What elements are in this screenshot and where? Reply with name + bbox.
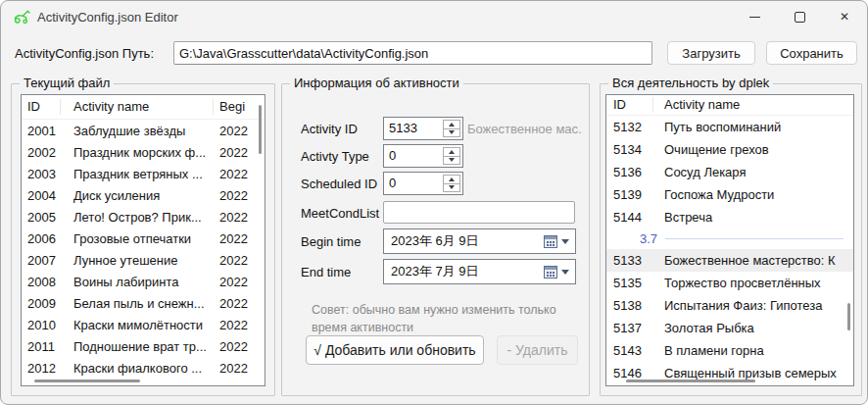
date-picker-icons (544, 266, 569, 278)
add-or-update-button[interactable]: √ Добавить или обновить (306, 335, 484, 365)
close-button[interactable]: ✕ (822, 1, 867, 32)
minimize-button[interactable] (732, 1, 777, 32)
table-row[interactable]: 2006Грозовые отпечатки2022 (22, 228, 265, 249)
table-row[interactable]: 5143В пламени горна (606, 339, 853, 362)
vertical-scrollbar-thumb[interactable] (259, 105, 262, 154)
table-cell: 5146 (606, 366, 653, 380)
table-row[interactable]: 2012Краски фиалкового ...2022 (22, 357, 265, 379)
table-cell: 5135 (606, 276, 653, 290)
stepper-up-button[interactable] (444, 176, 459, 184)
table-cell: Грозовые отпечатки (61, 231, 214, 246)
table-row[interactable]: 5135Торжество просветлённых (606, 272, 853, 294)
table-row[interactable]: 2009Белая пыль и снежн...2022 (22, 292, 265, 314)
window-title: ActivityConfig.json Editor (37, 10, 178, 25)
table-cell: 2022 (214, 231, 265, 246)
column-header-begin[interactable]: Begi (214, 99, 265, 115)
delete-button[interactable]: - Удалить (497, 335, 578, 365)
table-row[interactable]: 2011Подношение врат тр...2022 (22, 335, 265, 357)
table-cell: 2010 (22, 318, 61, 332)
table-cell: Подношение врат тр... (61, 339, 214, 354)
activity-id-value[interactable]: 5133 (384, 118, 443, 139)
table-row[interactable]: 2001Заблудшие звёзды2022 (22, 120, 265, 141)
vertical-scrollbar-thumb[interactable] (847, 303, 850, 330)
meet-cond-input[interactable] (383, 201, 575, 224)
group-label: 3.7 (640, 231, 657, 246)
maximize-button[interactable] (777, 1, 822, 32)
stepper-up-button[interactable] (444, 121, 459, 129)
table-row[interactable]: 2003Праздник ветряных ...2022 (22, 163, 265, 184)
end-time-picker[interactable]: 2023年 7月 9日 (383, 259, 576, 284)
table-row[interactable]: 2004Диск усиления2022 (22, 184, 265, 206)
activity-info-group: Информация об активности Activity ID 513… (281, 83, 590, 396)
table-cell: Краски фиалкового ... (61, 361, 214, 376)
stepper-up-button[interactable] (444, 148, 459, 157)
column-header-activity-name[interactable]: Activity name (61, 99, 214, 115)
table-cell: 5143 (606, 343, 653, 358)
table-row[interactable]: 2002Праздник морских ф...2022 (22, 141, 265, 163)
table-row[interactable]: 5139Госпожа Мудрости (606, 183, 853, 206)
table-cell: 2005 (22, 210, 61, 225)
column-header-id[interactable]: ID (606, 97, 653, 113)
table-cell: 2008 (22, 275, 61, 289)
table-row-selected[interactable]: 5133Божественное мастерство: К (606, 249, 853, 272)
down-arrow-icon (449, 130, 455, 134)
stepper-down-button[interactable] (444, 157, 459, 165)
horizontal-scrollbar-thumb[interactable] (626, 380, 755, 382)
table-cell: 5138 (606, 298, 653, 313)
titlebar: ActivityConfig.json Editor ✕ (1, 1, 867, 32)
table-row[interactable]: 2008Воины лабиринта2022 (22, 271, 265, 292)
table-cell: 2002 (22, 145, 61, 160)
begin-time-picker[interactable]: 2023年 6月 9日 (383, 228, 576, 254)
table-row[interactable]: 5144Встреча (606, 206, 853, 228)
activity-type-stepper[interactable]: 0 (383, 144, 463, 168)
table-cell: 2022 (214, 188, 265, 203)
horizontal-scrollbar-thumb[interactable] (34, 380, 140, 382)
app-icon (13, 9, 30, 25)
path-input[interactable] (173, 41, 652, 65)
activity-id-stepper[interactable]: 5133 (383, 117, 463, 140)
table-cell: 5132 (606, 120, 653, 134)
stepper-buttons (443, 175, 460, 192)
scheduled-id-stepper[interactable]: 0 (383, 172, 463, 195)
table-cell: Сосуд Лекаря (653, 165, 853, 179)
table-row[interactable]: 2010Краски мимолётности2022 (22, 314, 265, 335)
table-cell: 2022 (214, 382, 265, 387)
table-cell: 2022 (214, 296, 265, 311)
table-cell: 2013 (22, 382, 61, 387)
table-cell: Госпожа Мудрости (653, 187, 853, 202)
table-row[interactable]: 2005Лето! Остров? Прик...2022 (22, 206, 265, 228)
table-cell: Лето! Остров? Прик... (61, 210, 214, 225)
table-cell: 2003 (22, 167, 61, 181)
table-cell: Краски мимолётности (61, 318, 214, 332)
table-cell: Путь воспоминаний (653, 120, 853, 134)
column-header-activity-name[interactable]: Activity name (653, 97, 853, 113)
up-arrow-icon (449, 150, 455, 154)
dropdown-arrow-icon[interactable] (561, 270, 569, 275)
all-activities-group-title: Вся деятельность by dplek (608, 76, 773, 90)
save-button[interactable]: Сохранить (766, 41, 857, 65)
stepper-down-button[interactable] (444, 129, 459, 137)
load-button[interactable]: Загрузить (667, 41, 755, 65)
dropdown-arrow-icon[interactable] (561, 239, 569, 244)
table-cell: 2022 (214, 145, 265, 160)
table-row[interactable]: 5134Очищение грехов (606, 138, 853, 161)
down-arrow-icon (449, 158, 455, 162)
table-row[interactable]: 5138Испытания Фаиз: Гипотеза (606, 294, 853, 317)
end-time-value: 2023年 7月 9日 (391, 263, 479, 280)
table-cell: В пламени горна (653, 343, 853, 358)
table-cell: 5133 (606, 253, 653, 268)
table-row[interactable]: 2007Лунное утешение2022 (22, 249, 265, 271)
table-row[interactable]: 5132Путь воспоминаний (606, 116, 853, 138)
stepper-buttons (443, 147, 460, 165)
stepper-down-button[interactable] (444, 184, 459, 192)
table-row[interactable]: 5137Золотая Рыбка (606, 317, 853, 339)
begin-time-label: Begin time (301, 234, 361, 249)
scheduled-id-value[interactable]: 0 (384, 173, 443, 194)
table-cell: Белая пыль и снежн... (61, 296, 214, 311)
activity-type-value[interactable]: 0 (384, 145, 443, 167)
table-cell: 2022 (214, 210, 265, 225)
table-row[interactable]: 5136Сосуд Лекаря (606, 161, 853, 183)
current-file-group: Текущий файл ID Activity name Begi 2001З… (11, 83, 275, 396)
column-header-id[interactable]: ID (22, 99, 61, 115)
date-picker-icons (544, 235, 569, 248)
